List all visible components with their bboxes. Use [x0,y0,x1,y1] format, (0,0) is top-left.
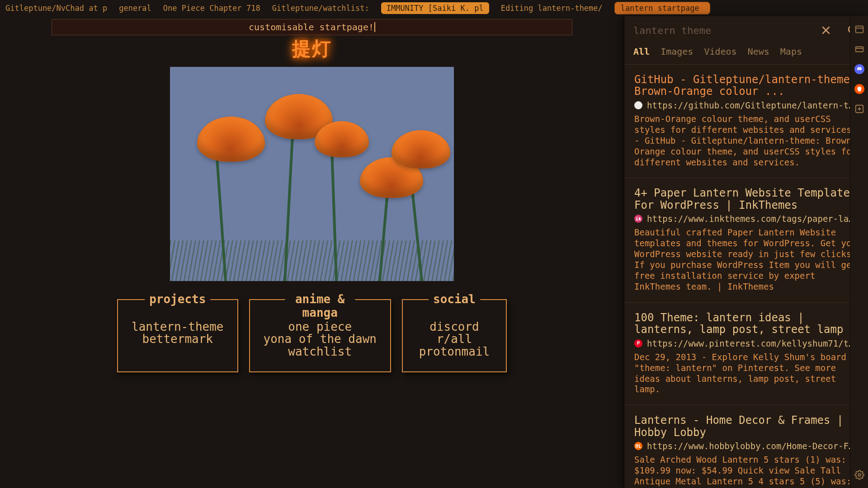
sidebar-rail [850,16,868,488]
favicon: ik [634,215,642,223]
link-section: socialdiscordr/allprotonmail [402,299,507,372]
hero-image [170,67,454,281]
startpage-link[interactable]: protonmail [416,346,492,358]
search-result: Lanterns - Home Decor & Frames | Hobby L… [624,405,868,488]
startpage-link[interactable]: r/all [416,333,492,345]
link-section: projectslantern-themebettermark [117,299,238,372]
search-tabs: AllImagesVideosNewsMaps [624,41,868,65]
search-tab[interactable]: Videos [704,46,736,57]
hero-title-text: 提灯 [292,38,332,60]
startpage-search-box[interactable]: customisable startpage! [52,19,572,35]
link-section-legend: anime & manga [285,292,355,319]
startpage-pane: customisable startpage! 提灯 projectslante… [0,16,624,488]
plus-icon[interactable] [854,104,864,114]
link-section-legend: projects [145,292,210,306]
browser-tab[interactable]: Gitleptune/NvChad at p [5,4,107,13]
result-title-link[interactable]: Lanterns - Home Decor & Frames | Hobby L… [634,414,858,438]
startpage-link[interactable]: discord [416,321,492,333]
startpage-link[interactable]: bettermark [132,333,224,345]
result-title-link[interactable]: 4+ Paper Lantern Website Templates For W… [634,187,858,211]
link-sections: projectslantern-themebettermarkanime & m… [0,299,624,372]
startpage-link[interactable]: lantern-theme [132,321,224,333]
card-icon[interactable] [854,44,864,54]
brave-icon[interactable] [854,84,864,94]
close-icon[interactable] [820,24,832,36]
result-url: https://www.hobbylobby.com/Home-Decor-Fr… [647,441,858,451]
browser-tab[interactable]: Gitleptune/watchlist: [272,4,369,13]
link-section-legend: social [429,292,480,306]
result-snippet: Brown-Orange colour theme, and userCSS s… [634,114,858,168]
favicon [634,101,642,109]
search-tab[interactable]: News [748,46,769,57]
search-result: 100 Theme: lantern ideas | lanterns, lam… [624,303,868,406]
result-snippet: Sale Arched Wood Lantern 5 stars (1) was… [634,455,858,488]
panel-icon[interactable] [854,24,864,34]
result-title-link[interactable]: 100 Theme: lantern ideas | lanterns, lam… [634,312,858,336]
startpage-link[interactable]: yona of the dawn [264,333,377,345]
startpage-search-value: customisable startpage! [249,22,374,33]
search-tab[interactable]: All [633,46,650,57]
browser-tab[interactable]: general [119,4,151,13]
browser-tabbar: Gitleptune/NvChad at pgeneralOne Piece C… [0,0,868,16]
result-snippet: Dec 29, 2013 - Explore Kelly Shum's boar… [634,352,858,395]
search-panel: lantern theme AllImagesVideosNewsMaps Gi… [624,16,868,488]
result-url: https://www.pinterest.com/kellyshum71/th… [647,338,858,348]
browser-tab[interactable]: IMMUNITY [Saiki K. pl [381,2,489,14]
browser-tab[interactable]: Editing lantern-theme/ [501,4,603,13]
search-tab[interactable]: Maps [780,46,802,57]
hero-title: 提灯 [0,36,624,61]
startpage-link[interactable]: one piece [264,321,377,333]
result-title-link[interactable]: GitHub - Gitleptune/lantern-theme: Brown… [634,74,858,98]
startpage-link[interactable]: watchlist [264,346,377,358]
search-tab[interactable]: Images [660,46,693,57]
browser-tab[interactable]: lantern startpage [614,2,710,14]
link-section: anime & mangaone pieceyona of the dawnwa… [249,299,391,372]
search-results: GitHub - Gitleptune/lantern-theme: Brown… [624,65,868,488]
browser-tab[interactable]: One Piece Chapter 718 [163,4,260,13]
result-url: https://github.com/Gitleptune/lantern-th… [647,100,858,110]
result-url: https://www.inkthemes.com/tags/paper-lan… [647,214,858,224]
search-result: GitHub - Gitleptune/lantern-theme: Brown… [624,65,868,178]
svg-rect-2 [855,47,863,52]
result-snippet: Beautiful crafted Paper Lantern Website … [634,227,858,292]
svg-point-4 [858,474,861,476]
favicon: P [634,339,642,347]
favicon: HL [634,442,642,450]
search-query-dim: lantern theme [633,25,820,36]
svg-rect-1 [855,26,863,33]
search-result: 4+ Paper Lantern Website Templates For W… [624,178,868,302]
settings-icon[interactable] [854,470,864,480]
discord-icon[interactable] [854,64,864,74]
